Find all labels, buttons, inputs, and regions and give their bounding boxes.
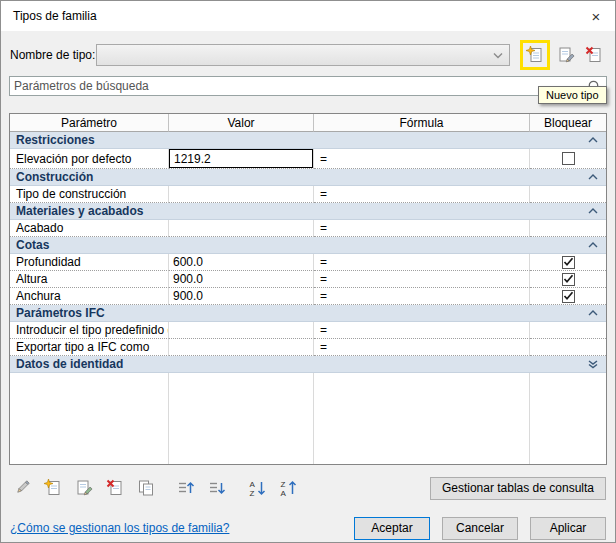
param-row-profundidad: Profundidad600.0= xyxy=(10,254,606,271)
lock-checkbox[interactable] xyxy=(562,152,575,165)
close-icon[interactable]: × xyxy=(577,1,615,31)
header-formula: Fórmula xyxy=(314,114,530,132)
new-type-highlight xyxy=(520,40,550,70)
section-header-materiales-y-acabados[interactable]: Materiales y acabados xyxy=(10,203,606,220)
new-type-tooltip: Nuevo tipo xyxy=(538,86,607,104)
lock-checkbox[interactable] xyxy=(562,256,575,269)
header-parametro: Parámetro xyxy=(10,114,169,132)
section-title: Cotas xyxy=(16,238,588,252)
delete-type-button[interactable] xyxy=(582,43,606,67)
param-name-cell[interactable]: Acabado xyxy=(10,220,169,237)
param-formula-cell[interactable]: = xyxy=(314,186,530,203)
copy-parameter-icon[interactable] xyxy=(134,476,158,500)
section-title: Materiales y acabados xyxy=(16,204,588,218)
param-name-cell[interactable]: Introducir el tipo predefinido de xyxy=(10,322,169,339)
section-header-parametros-ifc[interactable]: Parámetros IFC xyxy=(10,305,606,322)
expand-chevron-icon[interactable] xyxy=(588,174,600,180)
param-lock-cell[interactable] xyxy=(530,322,606,339)
param-name-cell[interactable]: Tipo de construcción xyxy=(10,186,169,203)
apply-button[interactable]: Aplicar xyxy=(530,517,606,540)
param-name-cell[interactable]: Exportar tipo a IFC como xyxy=(10,339,169,356)
new-type-button[interactable] xyxy=(523,43,547,67)
param-formula-cell[interactable]: = xyxy=(314,149,530,169)
type-name-combo[interactable] xyxy=(96,44,510,66)
section-header-cotas[interactable]: Cotas xyxy=(10,237,606,254)
expand-chevron-icon[interactable] xyxy=(588,242,600,248)
section-title: Restricciones xyxy=(16,133,588,147)
delete-parameter-icon[interactable] xyxy=(103,476,127,500)
param-name-cell[interactable]: Elevación por defecto xyxy=(10,149,169,169)
param-formula-cell[interactable]: = xyxy=(314,220,530,237)
family-types-dialog: Tipos de familia × Nombre de tipo: xyxy=(0,0,616,543)
expand-chevron-icon[interactable] xyxy=(588,208,600,214)
search-input[interactable] xyxy=(10,79,587,93)
move-parameter-up-icon[interactable] xyxy=(174,476,198,500)
cancel-button[interactable]: Cancelar xyxy=(442,517,518,540)
param-row-altura: Altura900.0= xyxy=(10,271,606,288)
param-name-cell[interactable]: Anchura xyxy=(10,288,169,305)
accept-button[interactable]: Aceptar xyxy=(354,517,430,540)
manage-lookup-tables-button[interactable]: Gestionar tablas de consulta xyxy=(430,477,606,500)
edit-parameter-icon[interactable] xyxy=(10,476,34,500)
rename-type-button[interactable] xyxy=(554,43,578,67)
svg-text:Z: Z xyxy=(250,489,255,498)
param-row-anchura: Anchura900.0= xyxy=(10,288,606,305)
section-title: Datos de identidad xyxy=(16,357,588,371)
param-table: Parámetro Valor Fórmula Bloquear Restric… xyxy=(9,113,607,465)
param-lock-cell[interactable] xyxy=(530,254,606,271)
param-lock-cell[interactable] xyxy=(530,149,606,169)
sort-ascending-icon[interactable]: A Z xyxy=(245,476,269,500)
param-lock-cell[interactable] xyxy=(530,186,606,203)
param-value-cell[interactable]: 900.0 xyxy=(169,271,314,288)
param-row-introducir-el-tipo-predefinido-de: Introducir el tipo predefinido de= xyxy=(10,322,606,339)
param-formula-cell[interactable]: = xyxy=(314,339,530,356)
param-lock-cell[interactable] xyxy=(530,288,606,305)
value-edit-box[interactable]: 1219.2 xyxy=(169,149,313,168)
param-formula-cell[interactable]: = xyxy=(314,288,530,305)
param-lock-cell[interactable] xyxy=(530,339,606,356)
footer: ¿Cómo se gestionan los tipos de familia?… xyxy=(1,515,615,541)
parameter-toolbar: A Z Z A Gestionar tablas de consulta xyxy=(1,473,615,503)
param-value-cell[interactable] xyxy=(169,339,314,356)
titlebar: Tipos de familia × xyxy=(1,1,615,31)
param-value-cell[interactable]: 900.0 xyxy=(169,288,314,305)
table-header-row: Parámetro Valor Fórmula Bloquear xyxy=(10,114,606,132)
param-formula-cell[interactable]: = xyxy=(314,322,530,339)
lock-checkbox[interactable] xyxy=(562,290,575,303)
combo-dropdown-icon[interactable] xyxy=(493,52,503,59)
param-name-cell[interactable]: Altura xyxy=(10,271,169,288)
param-formula-cell[interactable]: = xyxy=(314,271,530,288)
param-value-cell[interactable]: 600.0 xyxy=(169,254,314,271)
param-lock-cell[interactable] xyxy=(530,271,606,288)
param-row-exportar-tipo-a-ifc-como: Exportar tipo a IFC como= xyxy=(10,339,606,356)
expand-chevron-icon[interactable] xyxy=(588,310,600,316)
new-parameter-icon[interactable] xyxy=(41,476,65,500)
expand-chevron-icon[interactable] xyxy=(588,137,600,143)
sort-descending-icon[interactable]: Z A xyxy=(276,476,300,500)
type-name-row: Nombre de tipo: xyxy=(1,40,615,70)
collapse-chevron-icon[interactable] xyxy=(588,360,600,369)
param-value-cell[interactable]: 1219.2 xyxy=(169,149,314,169)
param-row-tipo-de-construccion: Tipo de construcción= xyxy=(10,186,606,203)
svg-text:A: A xyxy=(281,489,287,498)
move-parameter-down-icon[interactable] xyxy=(205,476,229,500)
window-title: Tipos de familia xyxy=(13,9,97,23)
lock-checkbox[interactable] xyxy=(562,273,575,286)
table-empty-area xyxy=(10,373,606,464)
param-value-cell[interactable] xyxy=(169,220,314,237)
param-value-cell[interactable] xyxy=(169,186,314,203)
param-name-cell[interactable]: Profundidad xyxy=(10,254,169,271)
section-header-restricciones[interactable]: Restricciones xyxy=(10,132,606,149)
section-header-datos-de-identidad[interactable]: Datos de identidad xyxy=(10,356,606,373)
help-link[interactable]: ¿Cómo se gestionan los tipos de familia? xyxy=(10,521,229,535)
section-title: Construcción xyxy=(16,170,588,184)
modify-parameter-icon[interactable] xyxy=(72,476,96,500)
type-name-label: Nombre de tipo: xyxy=(10,48,96,62)
search-box[interactable] xyxy=(9,76,607,96)
param-value-cell[interactable] xyxy=(169,322,314,339)
section-header-construccion[interactable]: Construcción xyxy=(10,169,606,186)
param-formula-cell[interactable]: = xyxy=(314,254,530,271)
param-table-rows: RestriccionesElevación por defecto1219.2… xyxy=(10,132,606,373)
param-lock-cell[interactable] xyxy=(530,220,606,237)
param-row-elevacion-por-defecto: Elevación por defecto1219.2= xyxy=(10,149,606,169)
